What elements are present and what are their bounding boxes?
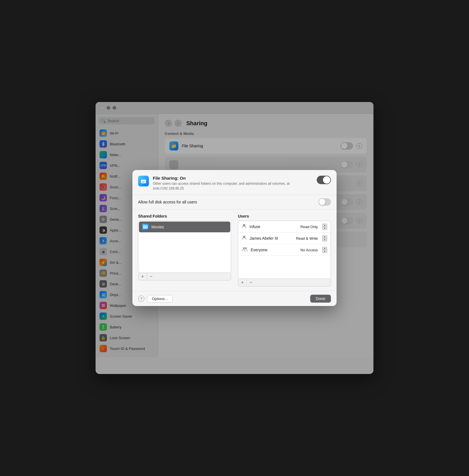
modal-title-area: File Sharing: On Other users can access … — [153, 176, 313, 191]
users-header: Users — [238, 214, 331, 218]
modal-toggle[interactable] — [317, 176, 331, 184]
options-button[interactable]: Options... — [147, 295, 173, 303]
user-permission-james: Read & Write — [296, 236, 318, 241]
modal-subtitle: Other users can access shared folders on… — [153, 181, 313, 191]
add-user-button[interactable]: + — [238, 279, 247, 286]
user-row-everyone[interactable]: Everyone No Access ▲ ▼ — [238, 244, 331, 256]
done-button[interactable]: Done — [310, 295, 331, 303]
disk-access-toggle[interactable] — [318, 198, 331, 206]
modal-title: File Sharing: On — [153, 176, 313, 180]
shared-folders-panel: Shared Folders — [138, 214, 231, 286]
svg-point-11 — [243, 247, 245, 249]
user-icon-infuse — [242, 224, 247, 230]
user-name-james: James Abeler III — [250, 236, 293, 241]
modal-file-sharing-icon — [138, 176, 149, 186]
users-panel: Users Infuse Read Only ▲ ▼ — [238, 214, 331, 286]
svg-point-12 — [245, 247, 247, 249]
user-permission-infuse: Read Only — [301, 225, 318, 229]
modal-footer: ? Options... Done — [132, 291, 337, 306]
permission-stepper-everyone[interactable]: ▲ ▼ — [322, 247, 327, 253]
user-permission-everyone: No Access — [301, 248, 318, 252]
remove-user-button[interactable]: − — [247, 279, 255, 286]
user-icon-everyone — [242, 247, 248, 253]
folder-item-movies[interactable]: Movies — [139, 222, 230, 232]
svg-rect-1 — [141, 180, 146, 181]
folders-users-section: Shared Folders — [132, 209, 337, 291]
remove-folder-button[interactable]: − — [147, 273, 155, 280]
panel-spacer — [231, 214, 238, 286]
disk-access-row: Allow full disk access for all users — [132, 195, 337, 209]
modal-header: File Sharing: On Other users can access … — [132, 170, 337, 195]
shared-folders-header: Shared Folders — [138, 214, 231, 218]
disk-access-label: Allow full disk access for all users — [138, 200, 318, 204]
system-preferences-window: 🔍 📶 Wi-Fi Bluetooth 🌐 Netw... — [96, 102, 373, 374]
user-name-everyone: Everyone — [251, 248, 298, 252]
permission-stepper-infuse[interactable]: ▲ ▼ — [322, 224, 327, 230]
file-sharing-modal: File Sharing: On Other users can access … — [132, 170, 337, 306]
user-row-infuse[interactable]: Infuse Read Only ▲ ▼ — [238, 221, 331, 233]
user-row-james[interactable]: James Abeler III Read & Write ▲ ▼ — [238, 233, 331, 244]
add-folder-button[interactable]: + — [138, 273, 147, 280]
folder-name-movies: Movies — [151, 225, 164, 229]
movies-folder-icon — [142, 224, 149, 230]
help-button[interactable]: ? — [138, 296, 144, 302]
modal-overlay: File Sharing: On Other users can access … — [96, 102, 373, 374]
user-icon-james — [242, 235, 247, 241]
user-name-infuse: Infuse — [250, 224, 298, 229]
permission-stepper-james[interactable]: ▲ ▼ — [322, 235, 327, 241]
